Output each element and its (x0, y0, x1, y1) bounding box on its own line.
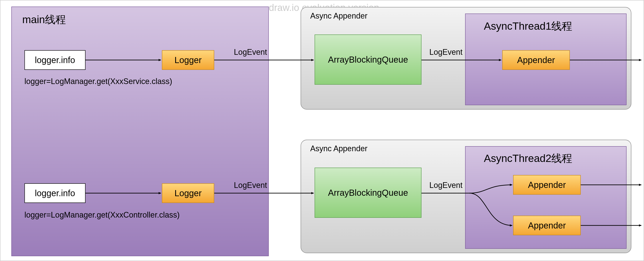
async-thread-title-2: AsyncThread2线程 (484, 152, 572, 166)
diagram-canvas: draw.io evaluation version main线程 logger… (0, 0, 644, 261)
logger-info-label-2: logger.info (35, 188, 75, 198)
appender-box-1: Appender (502, 50, 570, 70)
appender-label-2a: Appender (528, 180, 566, 190)
async-thread-title-1: AsyncThread1线程 (484, 19, 572, 33)
logger-info-box-2: logger.info (24, 183, 86, 203)
queue-box-2: ArrayBlockingQueue (314, 168, 422, 218)
main-thread-title: main线程 (22, 13, 66, 26)
logger-box-2: Logger (162, 183, 214, 203)
queue-label-1: ArrayBlockingQueue (328, 55, 408, 64)
logger-sub-1: logger=LogManager.get(XxxService.class) (24, 77, 172, 86)
logger-label-1: Logger (174, 55, 202, 65)
queue-box-1: ArrayBlockingQueue (314, 34, 422, 85)
logevent-label-1: LogEvent (234, 48, 267, 57)
logger-info-label-1: logger.info (35, 55, 75, 65)
logevent-label-3: LogEvent (429, 48, 462, 57)
appender-label-1: Appender (517, 55, 555, 65)
async-appender-title-1: Async Appender (310, 11, 368, 20)
logger-label-2: Logger (174, 188, 202, 198)
async-appender-title-2: Async Appender (310, 144, 368, 153)
logger-info-box-1: logger.info (24, 50, 86, 70)
appender-box-2a: Appender (513, 175, 581, 195)
logevent-label-4: LogEvent (429, 181, 462, 190)
logger-sub-2: logger=LogManager.get(XxxController.clas… (24, 210, 180, 220)
appender-box-2b: Appender (513, 216, 581, 235)
logger-box-1: Logger (162, 50, 214, 70)
logevent-label-2: LogEvent (234, 181, 267, 190)
appender-label-2b: Appender (528, 221, 566, 230)
queue-label-2: ArrayBlockingQueue (328, 188, 408, 198)
